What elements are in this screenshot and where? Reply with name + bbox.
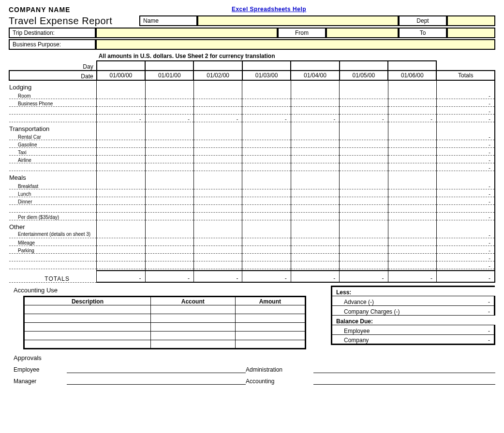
expense-cell[interactable] (242, 148, 291, 156)
expense-cell[interactable] (242, 132, 291, 140)
accounting-cell[interactable] (235, 332, 306, 340)
expense-cell[interactable] (193, 99, 242, 106)
dept-input[interactable] (447, 15, 495, 26)
expense-cell[interactable] (193, 197, 242, 204)
expense-cell[interactable] (242, 238, 291, 245)
expense-cell[interactable] (193, 140, 242, 148)
expense-cell[interactable] (145, 91, 193, 99)
expense-cell[interactable] (388, 253, 436, 261)
accounting-cell[interactable] (24, 332, 151, 340)
expense-cell[interactable] (388, 163, 436, 171)
expense-cell[interactable] (145, 253, 193, 261)
expense-cell[interactable] (193, 106, 242, 114)
expense-cell[interactable] (242, 140, 291, 148)
expense-cell[interactable] (97, 156, 145, 163)
expense-cell[interactable] (291, 91, 339, 99)
expense-cell[interactable] (242, 163, 291, 171)
expense-cell[interactable] (242, 197, 291, 204)
expense-cell[interactable] (388, 245, 436, 253)
accounting-cell[interactable] (235, 340, 306, 349)
accounting-cell[interactable] (150, 340, 235, 349)
accounting-cell[interactable] (150, 305, 235, 314)
expense-cell[interactable] (242, 99, 291, 106)
expense-cell[interactable] (340, 261, 388, 269)
expense-cell[interactable] (291, 253, 339, 261)
expense-cell[interactable] (145, 197, 193, 204)
accounting-cell[interactable] (24, 305, 151, 314)
expense-cell[interactable] (340, 91, 388, 99)
name-input[interactable] (197, 15, 399, 26)
expense-cell[interactable] (97, 212, 145, 220)
expense-cell[interactable]: - (97, 114, 145, 122)
help-link[interactable]: Excel Spreadsheets Help (232, 6, 306, 13)
expense-cell[interactable] (193, 212, 242, 220)
expense-cell[interactable] (388, 238, 436, 245)
expense-cell[interactable] (242, 181, 291, 189)
expense-cell[interactable] (242, 245, 291, 253)
accounting-cell[interactable] (24, 314, 151, 323)
expense-cell[interactable] (242, 204, 291, 212)
expense-cell[interactable] (97, 253, 145, 261)
expense-cell[interactable] (340, 99, 388, 106)
expense-cell[interactable] (145, 189, 193, 197)
expense-cell[interactable] (97, 99, 145, 106)
expense-cell[interactable] (388, 140, 436, 148)
expense-cell[interactable] (340, 140, 388, 148)
expense-cell[interactable] (340, 106, 388, 114)
expense-cell[interactable] (145, 132, 193, 140)
expense-cell[interactable] (145, 261, 193, 269)
expense-cell[interactable] (340, 197, 388, 204)
expense-cell[interactable] (388, 132, 436, 140)
expense-cell[interactable] (193, 181, 242, 189)
business-purpose-input[interactable] (96, 39, 495, 50)
expense-cell[interactable] (388, 189, 436, 197)
expense-cell[interactable] (242, 91, 291, 99)
expense-cell[interactable]: - (340, 114, 388, 122)
expense-cell[interactable] (97, 91, 145, 99)
expense-cell[interactable] (291, 261, 339, 269)
expense-cell[interactable] (291, 163, 339, 171)
expense-cell[interactable] (145, 231, 193, 238)
expense-cell[interactable] (388, 148, 436, 156)
expense-cell[interactable] (340, 245, 388, 253)
expense-cell[interactable] (193, 163, 242, 171)
expense-cell[interactable] (291, 106, 339, 114)
accounting-cell[interactable] (235, 323, 306, 332)
expense-cell[interactable] (145, 204, 193, 212)
expense-cell[interactable] (193, 91, 242, 99)
approval-accounting-line[interactable] (313, 378, 495, 385)
expense-cell[interactable] (291, 212, 339, 220)
expense-cell[interactable] (145, 181, 193, 189)
accounting-cell[interactable] (150, 314, 235, 323)
expense-cell[interactable] (388, 99, 436, 106)
accounting-cell[interactable] (24, 323, 151, 332)
expense-cell[interactable]: - (193, 114, 242, 122)
expense-cell[interactable] (388, 197, 436, 204)
expense-cell[interactable] (291, 204, 339, 212)
expense-cell[interactable] (97, 148, 145, 156)
expense-cell[interactable] (291, 132, 339, 140)
expense-cell[interactable] (97, 181, 145, 189)
expense-cell[interactable] (97, 140, 145, 148)
to-input[interactable] (447, 28, 495, 38)
expense-cell[interactable]: - (145, 114, 193, 122)
expense-cell[interactable] (193, 204, 242, 212)
accounting-cell[interactable] (235, 314, 306, 323)
expense-cell[interactable] (291, 245, 339, 253)
accounting-cell[interactable] (150, 323, 235, 332)
expense-cell[interactable] (145, 245, 193, 253)
expense-cell[interactable] (193, 253, 242, 261)
expense-cell[interactable]: - (388, 114, 436, 122)
expense-cell[interactable] (97, 204, 145, 212)
expense-cell[interactable] (340, 189, 388, 197)
expense-cell[interactable] (242, 261, 291, 269)
expense-cell[interactable] (193, 132, 242, 140)
expense-cell[interactable] (291, 189, 339, 197)
expense-cell[interactable] (388, 156, 436, 163)
expense-cell[interactable] (145, 148, 193, 156)
expense-cell[interactable] (388, 212, 436, 220)
expense-cell[interactable] (340, 156, 388, 163)
expense-cell[interactable] (97, 106, 145, 114)
expense-cell[interactable] (340, 212, 388, 220)
trip-destination-input[interactable] (96, 28, 278, 38)
